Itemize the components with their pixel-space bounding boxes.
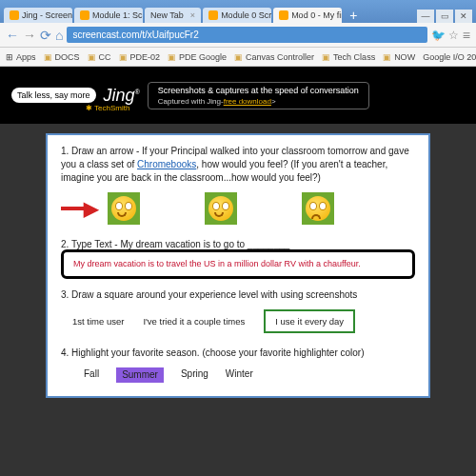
jing-logo[interactable]: Jing	[104, 86, 140, 106]
typed-text-box: My dream vacation is to travel the US in…	[61, 249, 415, 279]
folder-icon: ▣	[322, 52, 330, 62]
page-content: Talk less, say more Jing TechSmith Scree…	[0, 67, 476, 476]
close-button[interactable]: ✕	[455, 10, 472, 23]
question-3: 3. Draw a square around your experience …	[61, 288, 415, 302]
bookmark-item[interactable]: ▣CC	[88, 52, 111, 62]
bookmark-item[interactable]: ▣PDE-02	[119, 52, 161, 62]
bookmark-item[interactable]: Google I/O 2014 - Sc...	[423, 52, 476, 62]
tab-close-icon[interactable]: ×	[190, 10, 195, 20]
exp-option: I've tried it a couple times	[143, 315, 245, 327]
bookmark-star-icon[interactable]: ☆	[448, 29, 459, 42]
bookmark-item[interactable]: ▣Canvas Controller	[234, 52, 314, 62]
tagline-bubble: Talk less, say more	[11, 88, 96, 103]
folder-icon: ▣	[234, 52, 243, 62]
favicon-icon	[208, 10, 218, 20]
emoji-worried	[302, 192, 334, 225]
forward-button[interactable]: →	[23, 28, 36, 43]
browser-tab[interactable]: New Tab×	[145, 8, 201, 23]
home-button[interactable]: ⌂	[55, 28, 63, 43]
browser-tab[interactable]: Module 0 Screensh×	[203, 8, 271, 23]
emoji-row: ▶	[61, 192, 415, 225]
slogan-text: Screenshots & captures at the speed of c…	[158, 86, 359, 95]
chromebooks-link[interactable]: Chromebooks	[137, 159, 196, 169]
document-frame: 1. Draw an arrow - If your Principal wal…	[46, 133, 430, 398]
browser-tab-strip: Jing - Screenshots an× Module 1: Screens…	[0, 0, 476, 23]
captured-with: Captured with Jing-free download>	[158, 97, 359, 106]
folder-icon: ▣	[168, 52, 176, 62]
folder-icon: ▣	[88, 52, 96, 62]
bookmark-item[interactable]: ▣PDE Google	[168, 52, 227, 62]
new-tab-button[interactable]: +	[344, 8, 363, 23]
season-highlighted: Summer	[116, 367, 164, 383]
arrow-annotation	[61, 207, 84, 210]
window-controls: — ▭ ✕	[417, 10, 472, 23]
emoji-neutral	[205, 192, 237, 225]
season-row: Fall Summer Spring Winter	[84, 367, 415, 383]
browser-tab[interactable]: Jing - Screenshots an×	[4, 8, 72, 23]
favicon-icon	[279, 10, 288, 20]
emoji-happy	[108, 192, 140, 225]
minimize-button[interactable]: —	[417, 10, 434, 23]
bookmark-item[interactable]: ▣Tech Class	[322, 52, 375, 62]
browser-tab[interactable]: Module 1: Screensh×	[74, 8, 143, 23]
bookmarks-bar: ⊞ Apps ▣DOCS ▣CC ▣PDE-02 ▣PDE Google ▣Ca…	[0, 48, 476, 67]
experience-row: 1st time user I've tried it a couple tim…	[72, 309, 415, 333]
maximize-button[interactable]: ▭	[436, 10, 453, 23]
question-4: 4. Highlight your favorite season. (choo…	[61, 347, 415, 360]
folder-icon: ▣	[44, 52, 52, 62]
address-bar: ← → ⟳ ⌂ screencast.com/t/xUaifpucFr2 🐦 ☆…	[0, 23, 476, 48]
reload-button[interactable]: ⟳	[40, 28, 51, 43]
favicon-icon	[80, 10, 89, 20]
menu-icon[interactable]: ≡	[463, 28, 470, 43]
back-button[interactable]: ←	[6, 28, 19, 43]
free-download-link[interactable]: free download	[224, 97, 271, 106]
arrow-head-icon: ▶	[84, 195, 98, 222]
favicon-icon	[10, 10, 19, 20]
folder-icon: ▣	[383, 52, 391, 62]
url-input[interactable]: screencast.com/t/xUaifpucFr2	[67, 27, 426, 43]
exp-option-selected: I use it every day	[264, 309, 355, 333]
folder-icon: ▣	[119, 52, 128, 62]
slogan-box: Screenshots & captures at the speed of c…	[148, 82, 369, 109]
twitter-icon[interactable]: 🐦	[431, 29, 445, 42]
season-option: Fall	[84, 367, 99, 383]
apps-button[interactable]: ⊞ Apps	[6, 52, 36, 62]
season-option: Winter	[226, 367, 253, 383]
site-header: Talk less, say more Jing TechSmith Scree…	[0, 67, 476, 124]
browser-tab-active[interactable]: Mod 0 - My first scr×	[273, 8, 342, 23]
bookmark-item[interactable]: ▣NOW	[383, 52, 415, 62]
season-option: Spring	[181, 367, 208, 383]
vendor-label: TechSmith	[86, 104, 129, 112]
question-1: 1. Draw an arrow - If your Principal wal…	[61, 145, 415, 185]
exp-option: 1st time user	[72, 315, 124, 327]
bookmark-item[interactable]: ▣DOCS	[44, 52, 80, 62]
